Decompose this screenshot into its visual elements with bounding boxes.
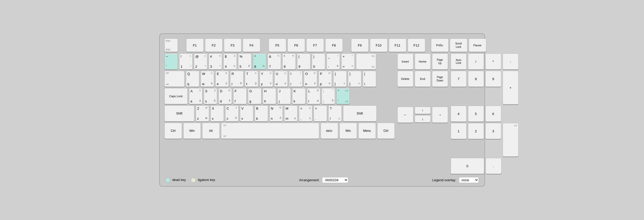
key-win-right[interactable]: Win (339, 123, 357, 139)
key-altgr[interactable]: AltGr (321, 123, 338, 139)
key-c[interactable]: C¢ c© (225, 105, 239, 122)
key-backtick[interactable]: ~ ` (164, 54, 178, 70)
key-h[interactable]: H h (263, 88, 276, 104)
key-space[interactable]: SP SP (221, 123, 319, 139)
key-9[interactable]: ( 9' (297, 54, 310, 70)
key-num3[interactable]: 3 (485, 123, 501, 139)
key-u[interactable]: UÚ uú (274, 71, 288, 87)
key-3[interactable]: #3 3³ (209, 54, 222, 70)
key-prtsc[interactable]: PrtSc (431, 39, 449, 52)
key-e[interactable]: EÉ eé (215, 71, 229, 87)
key-equals[interactable]: +÷ =× (341, 54, 355, 70)
key-delete[interactable]: Delete (397, 71, 413, 87)
key-f6[interactable]: F6 (287, 39, 305, 52)
key-home[interactable]: Home (415, 54, 431, 70)
key-num-slash[interactable]: / (468, 54, 484, 70)
key-pause[interactable]: Pause (469, 39, 486, 52)
key-quote[interactable]: ".. '· CR CR (336, 88, 350, 104)
key-win-left[interactable]: Win (183, 123, 201, 139)
key-num4[interactable]: 4 (451, 106, 467, 122)
key-f1[interactable]: F1 (186, 39, 204, 52)
key-5[interactable]: % 5€ (238, 54, 252, 70)
key-num6[interactable]: 6 (485, 106, 501, 122)
key-s[interactable]: S§ sß (204, 88, 217, 104)
key-i[interactable]: IÍ ií (289, 71, 302, 87)
key-7[interactable]: &½ 7 (268, 54, 281, 70)
key-num9[interactable]: 9 (485, 71, 501, 87)
key-tab[interactable]: HT HT (164, 71, 185, 87)
key-n[interactable]: NÑ nñ (269, 105, 283, 122)
key-ctrl-right[interactable]: Ctrl (377, 123, 395, 139)
key-slash[interactable]: ? /¿ (328, 105, 342, 122)
key-a[interactable]: AÁ aá (189, 88, 202, 104)
key-2[interactable]: @2 2² (194, 54, 207, 70)
key-0[interactable]: ) 0' (312, 54, 325, 70)
key-k[interactable]: K k (292, 88, 306, 104)
key-num2[interactable]: 2 (468, 123, 484, 139)
key-f[interactable]: F f (233, 88, 247, 104)
key-o[interactable]: OÓ oó (304, 71, 317, 87)
key-f4[interactable]: F4 (243, 39, 260, 52)
overlay-select[interactable]: none (459, 177, 479, 183)
key-f2[interactable]: F2 (205, 39, 223, 52)
key-capslock[interactable]: Caps Lock (164, 88, 188, 104)
key-semicolon[interactable]: :° ;¶ (322, 88, 335, 104)
key-backslash[interactable]: | \ (363, 71, 376, 87)
key-f10[interactable]: F10 (370, 39, 388, 52)
key-down[interactable]: ↓ (415, 115, 431, 123)
key-period[interactable]: > . (314, 105, 327, 122)
key-num-star[interactable]: * (485, 54, 501, 70)
key-f11[interactable]: F11 (389, 39, 406, 52)
key-lbracket[interactable]: { [« (333, 71, 347, 87)
key-r[interactable]: R r® (230, 71, 244, 87)
key-q[interactable]: Q q (186, 71, 199, 87)
key-esc[interactable]: ESC ESC (164, 39, 178, 52)
key-6[interactable]: ^ 6¼ (253, 54, 266, 70)
key-num8[interactable]: 8 (468, 71, 484, 87)
key-ctrl-left[interactable]: Ctrl (164, 123, 182, 139)
key-rbracket[interactable]: } ]» (348, 71, 361, 87)
key-d[interactable]: DÐ dð (218, 88, 232, 104)
key-scrlk[interactable]: ScrollLock (450, 39, 467, 52)
key-g[interactable]: G g (248, 88, 261, 104)
key-f12[interactable]: F12 (408, 39, 425, 52)
key-v[interactable]: V v (240, 105, 253, 122)
key-f3[interactable]: F3 (224, 39, 241, 52)
key-shift-right[interactable]: Shift (343, 105, 377, 122)
key-minus[interactable]: _÷ -¥ (327, 54, 340, 70)
key-pagedown[interactable]: PageDown (432, 71, 448, 87)
key-j[interactable]: J j (277, 88, 291, 104)
key-w[interactable]: WÄ wä (201, 71, 214, 87)
key-f9[interactable]: F9 (351, 39, 369, 52)
key-numlock[interactable]: NumLock (451, 54, 467, 70)
key-menu[interactable]: Menu (358, 123, 376, 139)
key-x[interactable]: X x (210, 105, 224, 122)
key-t[interactable]: TÞ tþ (245, 71, 258, 87)
key-num5[interactable]: 5 (468, 106, 484, 122)
key-num0[interactable]: 0 (451, 158, 484, 174)
key-y[interactable]: YÜ yü (260, 71, 273, 87)
key-alt[interactable]: Alt (202, 123, 220, 139)
arrangement-select[interactable]: ANSI104 (322, 177, 348, 183)
key-num-minus[interactable]: - (503, 54, 519, 70)
key-end[interactable]: End (415, 71, 431, 87)
key-insert[interactable]: Insert (397, 54, 413, 70)
key-left[interactable]: ← (397, 107, 413, 123)
key-backspace[interactable]: BS BS (356, 54, 376, 70)
key-num-enter[interactable]: CR (503, 123, 519, 157)
key-1[interactable]: !1 1i (179, 54, 193, 70)
key-comma[interactable]: <Ç ,ç (299, 105, 312, 122)
key-p[interactable]: PÖ pö (319, 71, 332, 87)
key-up[interactable]: ↑ (415, 107, 431, 114)
key-num1[interactable]: 1 (451, 123, 467, 139)
key-l[interactable]: LØ lø (307, 88, 320, 104)
key-4[interactable]: $£ 4¤ (223, 54, 237, 70)
key-f5[interactable]: F5 (269, 39, 286, 52)
key-f8[interactable]: F8 (325, 39, 343, 52)
key-b[interactable]: B b (255, 105, 268, 122)
key-shift-left[interactable]: Shift (164, 105, 194, 122)
key-num-dot[interactable]: . (486, 158, 502, 174)
key-pageup[interactable]: PageUp (432, 54, 448, 70)
key-f7[interactable]: F7 (306, 39, 324, 52)
key-right[interactable]: → (432, 107, 448, 123)
